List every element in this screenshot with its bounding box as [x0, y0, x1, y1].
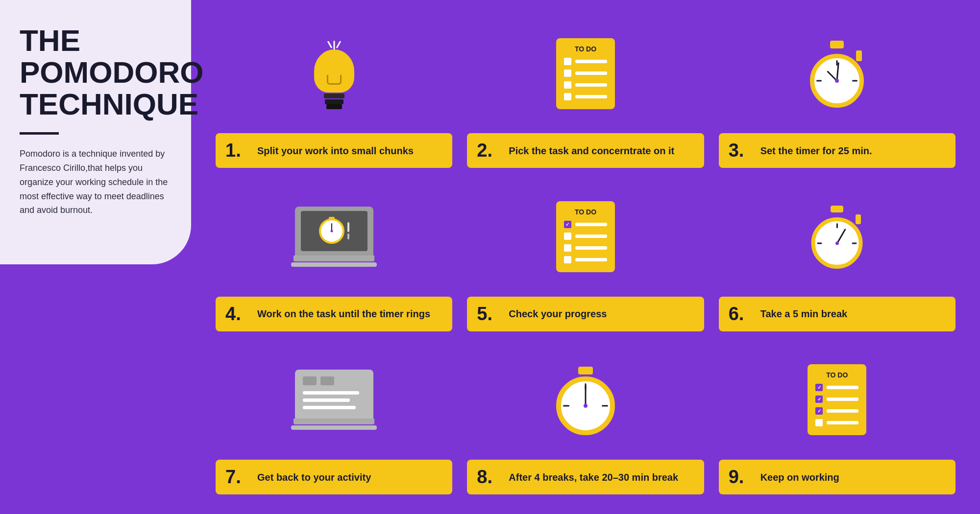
step-9: TO DO ✓ ✓ ✓ [719, 346, 956, 494]
step-4-number: 4. [225, 304, 252, 325]
step-2-icon-area: TO DO [556, 20, 615, 127]
todo-line5-2 [575, 234, 607, 238]
step-7-icon-area [291, 346, 377, 454]
sw3-crown [830, 41, 844, 48]
step-2: TO DO [467, 20, 704, 168]
bulb-body [314, 49, 354, 93]
doc-block-2 [320, 376, 334, 385]
todo-line9-3 [827, 409, 858, 413]
sw3-body [810, 54, 864, 108]
step-8-text: After 4 breaks, take 20–30 min break [509, 471, 678, 484]
doc-line-1 [303, 391, 359, 395]
todo-line5-4 [575, 258, 607, 261]
sw3-center [835, 79, 839, 83]
todo-label-5: TO DO [564, 208, 607, 216]
todo-row9-4 [815, 419, 858, 426]
doc-line-3 [303, 406, 356, 409]
steps-grid: 1. Split your work into small chunks TO … [216, 20, 956, 494]
step-1: 1. Split your work into small chunks [216, 20, 452, 168]
todo-cb-1 [564, 58, 571, 65]
doc-laptop-icon [291, 370, 377, 430]
step-8-number: 8. [477, 467, 504, 488]
sw8-center [584, 404, 588, 408]
todo-line-1 [575, 60, 607, 63]
doc-header-blocks [303, 376, 366, 385]
step-7: 7. Get back to your activity [216, 346, 452, 494]
todo-row5-4 [564, 256, 607, 263]
stopwatch-icon-6 [807, 202, 868, 271]
laptop-screen-inner [301, 211, 368, 251]
todo-cb5-2 [564, 233, 571, 240]
step-5: TO DO ✓ [467, 183, 704, 331]
laptop-foot [291, 262, 377, 267]
step-3-number: 3. [729, 140, 756, 161]
todo-cb-4 [564, 93, 571, 100]
mini-sw-center [330, 230, 333, 232]
sw3-tick-right [852, 80, 858, 82]
wave-1 [347, 222, 349, 232]
main-content: 1. Split your work into small chunks TO … [191, 0, 980, 514]
step-4: 4. Work on the task until the timer ring… [216, 183, 452, 331]
doc-screen [295, 370, 373, 419]
ray-left [327, 41, 332, 48]
todo-line-3 [575, 83, 607, 87]
step-8-icon-area [551, 346, 620, 454]
mini-sw-crown [329, 217, 335, 220]
step-3-icon-area [805, 20, 869, 127]
main-title: THEPOMODOROTECHNIQUE [20, 24, 172, 120]
step-9-number: 9. [729, 467, 756, 488]
step-4-label: 4. Work on the task until the timer ring… [216, 297, 452, 331]
step-6-label: 6. Take a 5 min break [719, 297, 956, 331]
step-8: 8. After 4 breaks, take 20–30 min break [467, 346, 704, 494]
todo-cb9-1: ✓ [815, 384, 823, 391]
todo-line9-1 [827, 386, 858, 389]
step-7-text: Get back to your activity [257, 471, 371, 484]
todo-line5-3 [575, 246, 607, 250]
sw6-tick-right [852, 242, 857, 244]
sw6-side-btn [856, 214, 861, 224]
sw6-body [811, 217, 863, 269]
step-6-text: Take a 5 min break [760, 307, 848, 320]
bulb-base-1 [324, 93, 344, 98]
step-8-label: 8. After 4 breaks, take 20–30 min break [467, 460, 704, 494]
step-2-label: 2. Pick the task and concerntrate on it [467, 133, 704, 168]
bulb-base-3 [326, 104, 342, 109]
stopwatch-icon-3 [805, 37, 869, 110]
step-7-label: 7. Get back to your activity [216, 460, 452, 494]
left-panel: THEPOMODOROTECHNIQUE Pomodoro is a techn… [0, 0, 191, 264]
step-4-icon-area [291, 183, 377, 290]
filament [327, 75, 342, 85]
todo-checked-icon: TO DO ✓ [556, 201, 615, 272]
sw6-tick-top [836, 223, 838, 228]
sw8-tick-left [563, 405, 569, 407]
description-text: Pomodoro is a technique invented by Fran… [20, 147, 172, 217]
laptop-timer-icon [291, 207, 377, 267]
todo-row9-1: ✓ [815, 384, 858, 391]
todo-label-9: TO DO [815, 371, 858, 379]
todo-cb-3 [564, 81, 571, 89]
todo-cb9-2: ✓ [815, 396, 823, 403]
todo-line9-4 [827, 421, 858, 424]
sw3-tick-left [816, 80, 822, 82]
todo-line-2 [575, 71, 607, 75]
ray-right [336, 41, 341, 48]
todo-row9-3: ✓ [815, 407, 858, 415]
todo-cb5-3 [564, 244, 571, 252]
todo-line5-1 [575, 223, 607, 226]
todo-cb9-4 [815, 419, 823, 426]
step-5-number: 5. [477, 304, 504, 325]
step-5-text: Check your progress [509, 307, 607, 320]
todo-list-icon: TO DO [556, 38, 615, 109]
step-6-number: 6. [729, 304, 756, 325]
todo-cb9-3: ✓ [815, 407, 823, 415]
step-9-text: Keep on working [760, 471, 839, 484]
step-2-number: 2. [477, 140, 504, 161]
step-6: 6. Take a 5 min break [719, 183, 956, 331]
step-4-text: Work on the task until the timer rings [257, 307, 430, 320]
todo-line-4 [575, 95, 607, 98]
step-7-number: 7. [225, 467, 252, 488]
step-5-icon-area: TO DO ✓ [556, 183, 615, 290]
step-1-label: 1. Split your work into small chunks [216, 133, 452, 168]
sw6-center [835, 241, 839, 245]
step-9-icon-area: TO DO ✓ ✓ ✓ [808, 346, 866, 454]
